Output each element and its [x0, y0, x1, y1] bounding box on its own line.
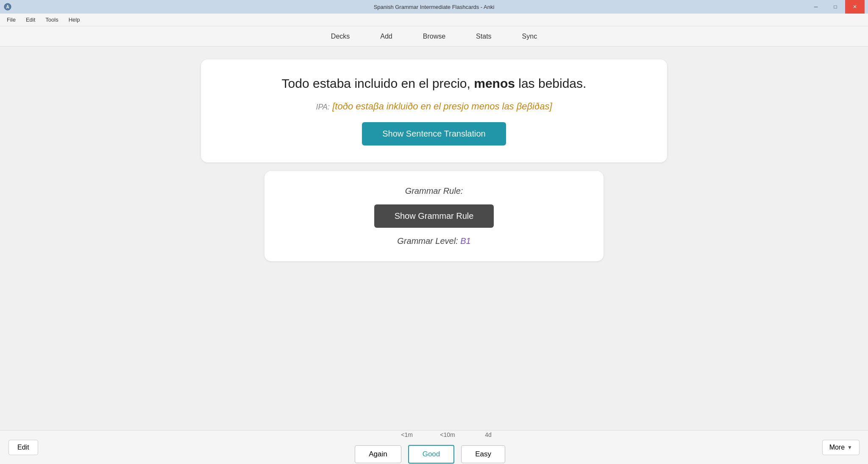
menu-help[interactable]: Help — [64, 15, 85, 25]
nav-add[interactable]: Add — [373, 29, 399, 44]
sentence-bold-word: menos — [474, 76, 515, 90]
more-button[interactable]: More ▼ — [822, 440, 860, 455]
maximize-button[interactable]: □ — [826, 0, 845, 14]
grammar-card: Grammar Rule: Show Grammar Rule Grammar … — [264, 171, 604, 261]
edit-button[interactable]: Edit — [8, 440, 38, 455]
nav-stats[interactable]: Stats — [469, 29, 498, 44]
grammar-level-line: Grammar Level: B1 — [397, 236, 470, 246]
nav-browse[interactable]: Browse — [416, 29, 452, 44]
time-label-easy: 4d — [471, 431, 505, 438]
close-button[interactable]: ✕ — [845, 0, 865, 14]
bottom-left: Edit — [8, 440, 38, 455]
bottom-bar: Edit <1m <10m 4d Again Good Easy More ▼ — [0, 430, 868, 464]
more-arrow-icon: ▼ — [847, 444, 852, 450]
menu-bar: File Edit Tools Help — [0, 14, 868, 26]
again-button[interactable]: Again — [355, 445, 401, 463]
title-bar-controls: ─ □ ✕ — [806, 0, 865, 14]
time-label-again: <1m — [390, 431, 424, 438]
more-label: More — [829, 444, 845, 451]
window-title: Spanish Grammar Intermediate Flashcards … — [374, 4, 495, 10]
svg-text:A: A — [6, 5, 9, 9]
main-content: Todo estaba incluido en el precio, menos… — [0, 47, 868, 430]
anki-icon: A — [3, 3, 12, 11]
nav-sync[interactable]: Sync — [515, 29, 544, 44]
time-label-good: <10m — [431, 431, 465, 438]
ipa-text: [toðo estaβa inkluiðo en el presjo menos… — [332, 101, 552, 112]
ipa-line: IPA: [toðo estaβa inkluiðo en el presjo … — [316, 101, 552, 112]
menu-edit[interactable]: Edit — [21, 15, 40, 25]
grammar-level-label: Grammar Level: — [397, 236, 458, 246]
minimize-button[interactable]: ─ — [806, 0, 826, 14]
answer-buttons: Again Good Easy — [355, 445, 505, 464]
menu-tools[interactable]: Tools — [40, 15, 63, 25]
show-sentence-translation-button[interactable]: Show Sentence Translation — [362, 122, 506, 145]
time-labels: <1m <10m 4d — [390, 431, 505, 438]
grammar-level-value: B1 — [460, 236, 470, 246]
good-button[interactable]: Good — [408, 445, 455, 464]
bottom-center: <1m <10m 4d Again Good Easy — [355, 431, 505, 464]
sentence-card: Todo estaba incluido en el precio, menos… — [201, 59, 667, 162]
sentence-post: las bebidas. — [515, 76, 586, 90]
show-grammar-rule-button[interactable]: Show Grammar Rule — [374, 204, 494, 228]
title-bar-left: A — [3, 3, 12, 11]
ipa-label: IPA: — [316, 103, 330, 111]
nav-bar: Decks Add Browse Stats Sync — [0, 26, 868, 47]
nav-decks[interactable]: Decks — [324, 29, 356, 44]
title-bar: A Spanish Grammar Intermediate Flashcard… — [0, 0, 868, 14]
grammar-rule-label: Grammar Rule: — [405, 186, 463, 196]
easy-button[interactable]: Easy — [461, 445, 505, 463]
menu-file[interactable]: File — [2, 15, 21, 25]
sentence-text: Todo estaba incluido en el precio, menos… — [282, 76, 587, 91]
sentence-pre: Todo estaba incluido en el precio, — [282, 76, 474, 90]
bottom-right: More ▼ — [822, 440, 860, 455]
